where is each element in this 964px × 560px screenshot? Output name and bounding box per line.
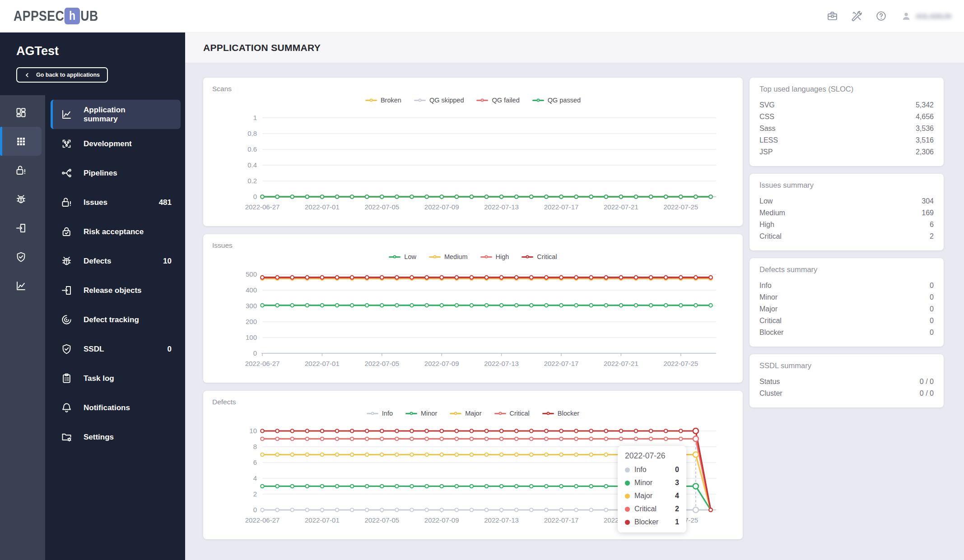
projects-briefcase-button[interactable] [823,7,842,26]
minor-dot-icon [625,481,630,486]
svg-text:2022-07-05: 2022-07-05 [364,203,399,211]
legend-item[interactable]: Low [389,253,416,260]
sidebar-item-release-objects[interactable]: Release objects [45,276,185,305]
sidebar-item-task-log[interactable]: Task log [45,364,185,393]
svg-text:0.8: 0.8 [247,130,257,137]
rail-item-issues[interactable] [0,156,42,185]
svg-text:2022-07-21: 2022-07-21 [604,360,638,367]
issues-legend: LowMediumHighCritical [210,251,736,262]
blocker-dot-icon [625,520,630,525]
svg-text:2022-07-17: 2022-07-17 [544,203,579,211]
svg-text:200: 200 [246,318,257,325]
summary-column: Top used languages (SLOC) SVG5,342 CSS4,… [750,78,944,560]
major-dot-icon [625,494,630,499]
apps-grid-icon [15,135,27,148]
info-dot-icon [625,467,630,472]
legend-marker-icon [532,100,544,101]
sidebar-item-development[interactable]: Development [45,129,185,158]
legend-item[interactable]: Minor [405,410,437,417]
svg-text:1: 1 [253,114,257,121]
legend-item[interactable]: Critical [522,253,557,260]
project-header: AGTest Go back to applications [0,32,185,95]
chart-title: Defects [212,398,736,406]
legend-item[interactable]: Critical [494,410,530,417]
legend-label: Critical [510,410,530,417]
briefcase-icon [826,10,838,22]
svg-text:2022-07-21: 2022-07-21 [604,203,638,211]
language-row: Sass3,536 [759,123,934,134]
back-to-applications-button[interactable]: Go back to applications [16,67,108,83]
legend-label: Blocker [558,410,579,417]
rail-item-applications[interactable] [0,127,42,156]
svg-text:4: 4 [253,474,257,482]
shield-check-icon [61,343,73,355]
defects-summary-card: Defects summary Info0 Minor0 Major0 Crit… [750,258,944,347]
legend-item[interactable]: Info [367,410,393,417]
rail-item-summary-chart[interactable] [0,271,42,300]
legend-label: High [496,253,509,260]
svg-text:8: 8 [253,443,257,450]
legend-item[interactable]: Broken [365,97,401,104]
svg-text:400: 400 [246,286,257,294]
summary-row: Info0 [759,280,934,292]
rail-item-dashboard[interactable] [0,98,42,127]
sidebar-item-issues[interactable]: Issues 481 [45,188,185,217]
rail-item-ssdl[interactable] [0,242,42,271]
lock-alert-icon [61,196,73,208]
legend-item[interactable]: Major [450,410,481,417]
issues-chart[interactable]: 01002003004005002022-06-272022-07-012022… [210,263,736,378]
rail-item-release-objects[interactable] [0,213,42,242]
line-chart-icon [61,108,73,120]
development-icon [61,138,73,150]
legend-item[interactable]: QG failed [476,97,519,104]
sidebar-item-defects[interactable]: Defects 10 [45,246,185,276]
legend-item[interactable]: Medium [429,253,468,260]
app-logo[interactable]: APPSEC h UB [14,8,112,24]
admin-tools-button[interactable] [847,7,866,26]
sidebar-item-risk-acceptance[interactable]: Risk acceptance [45,217,185,246]
legend-marker-icon [476,100,488,101]
svg-text:2022-06-27: 2022-06-27 [245,516,280,524]
svg-text:2022-07-09: 2022-07-09 [424,203,459,211]
sidebar-menu: Application summary Development [45,95,185,560]
svg-text:0: 0 [253,506,257,514]
summary-row: Critical0 [759,315,934,327]
sidebar-item-pipelines[interactable]: Pipelines [45,158,185,188]
chevron-left-icon [24,72,30,78]
svg-text:0.4: 0.4 [247,161,257,169]
svg-text:2022-07-17: 2022-07-17 [544,360,579,367]
chart-tooltip: 2022-07-26 Info 0 Minor 3 [618,446,686,532]
sidebar-item-ssdl[interactable]: SSDL 0 [45,334,185,364]
svg-text:2022-07-01: 2022-07-01 [305,360,340,367]
help-button[interactable] [871,7,890,26]
legend-item[interactable]: High [480,253,509,260]
user-menu[interactable]: AGLADILIN [900,10,954,22]
language-row: LESS3,516 [759,134,934,146]
card-title: Top used languages (SLOC) [759,85,934,93]
language-row: SVG5,342 [759,99,934,111]
clipboard-list-icon [61,372,73,384]
legend-item[interactable]: Blocker [542,410,579,417]
sidebar-item-application-summary[interactable]: Application summary [51,100,181,129]
sidebar-item-defect-tracking[interactable]: Defect tracking [45,305,185,334]
sidebar-item-notifications[interactable]: Notifications [45,393,185,422]
svg-text:2022-07-13: 2022-07-13 [484,360,519,367]
card-title: Defects summary [759,265,934,274]
pipelines-icon [61,167,73,179]
legend-item[interactable]: QG passed [532,97,581,104]
scans-legend: BrokenQG skippedQG failedQG passed [210,95,736,106]
summary-row: Blocker0 [759,327,934,338]
legend-label: Major [465,410,481,417]
legend-label: Low [404,253,416,260]
rail-item-defects[interactable] [0,185,42,213]
svg-text:0.6: 0.6 [247,145,257,153]
topbar-actions: AGLADILIN [823,7,954,26]
legend-marker-icon [522,256,533,258]
legend-marker-icon [542,413,554,414]
scans-chart[interactable]: 00.20.40.60.812022-06-272022-07-012022-0… [210,106,736,222]
user-name: AGLADILIN [916,13,951,20]
legend-item[interactable]: QG skipped [414,97,464,104]
ssdl-count-badge: 0 [168,345,172,354]
legend-marker-icon [480,256,492,258]
sidebar-item-settings[interactable]: Settings [45,422,185,452]
